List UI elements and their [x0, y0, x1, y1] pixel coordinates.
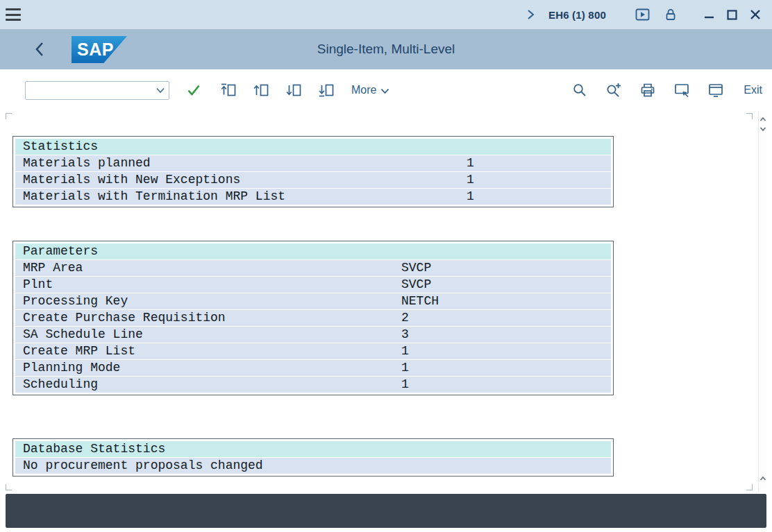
scroll-up-bottom-icon[interactable] [759, 474, 766, 483]
row-label: Scheduling [23, 377, 98, 391]
table-row[interactable]: No procurement proposals changed [15, 458, 611, 474]
scroll-up-icon[interactable] [759, 115, 766, 123]
list-output-area: StatisticsMaterials planned1Materials wi… [6, 111, 758, 492]
table-row[interactable]: Planning Mode1 [15, 360, 611, 376]
shortcut-icon[interactable] [673, 81, 691, 99]
sap-logo: SAP [72, 36, 127, 63]
corner-mark [6, 484, 12, 490]
scroll-down-icon[interactable] [759, 125, 766, 133]
row-label: Plnt [23, 277, 53, 291]
more-menu-button[interactable]: More [351, 84, 389, 96]
row-label: Create Purchase Requisition [23, 311, 226, 325]
section-box: Database StatisticsNo procurement propos… [12, 438, 614, 477]
system-bar: EH6 (1) 800 [0, 0, 772, 29]
lock-icon[interactable] [664, 8, 678, 22]
gui-window-icon[interactable] [707, 81, 725, 99]
find-next-icon[interactable] [605, 81, 623, 99]
row-value: 1 [401, 377, 409, 393]
section-box: ParametersMRP AreaSVCPPlntSVCPProcessing… [12, 241, 614, 395]
table-row[interactable]: Materials with Termination MRP List1 [15, 189, 611, 205]
row-value: 1 [401, 360, 409, 376]
section-box: StatisticsMaterials planned1Materials wi… [12, 136, 614, 207]
row-value: NETCH [401, 293, 439, 309]
row-value: 1 [401, 343, 409, 359]
section-title: Database Statistics [15, 441, 611, 457]
corner-mark [6, 113, 12, 119]
table-row[interactable]: Scheduling1 [15, 377, 611, 393]
table-row[interactable]: Create MRP List1 [15, 343, 611, 359]
table-row[interactable]: SA Schedule Line3 [15, 327, 611, 343]
services-play-icon[interactable] [635, 8, 650, 21]
menu-icon[interactable] [6, 8, 21, 21]
row-value: 1 [467, 155, 474, 171]
row-value: SVCP [401, 277, 431, 293]
table-row[interactable]: PlntSVCP [15, 277, 611, 293]
row-value: 1 [467, 172, 474, 188]
row-label: Materials planned [23, 156, 151, 170]
row-label: MRP Area [23, 261, 83, 275]
table-row[interactable]: MRP AreaSVCP [15, 260, 611, 276]
command-input[interactable] [26, 82, 154, 99]
row-value: 2 [401, 310, 409, 326]
print-icon[interactable] [639, 81, 657, 99]
find-icon[interactable] [571, 81, 589, 99]
page-down-button[interactable] [285, 81, 303, 99]
section-title: Statistics [15, 139, 611, 155]
page-up-button[interactable] [252, 81, 270, 99]
sections: StatisticsMaterials planned1Materials wi… [12, 111, 616, 477]
row-label: Materials with Termination MRP List [23, 189, 285, 203]
maximize-button[interactable] [727, 10, 737, 20]
table-row[interactable]: Create Purchase Requisition2 [15, 310, 611, 326]
corner-mark [746, 113, 753, 119]
back-button[interactable] [31, 40, 50, 59]
section-title: Parameters [15, 243, 611, 259]
vertical-scrollbar[interactable] [758, 111, 766, 492]
row-label: Processing Key [23, 294, 128, 308]
page-title: Single-Item, Multi-Level [0, 29, 772, 69]
exit-button[interactable]: Exit [744, 84, 762, 96]
first-page-button[interactable] [219, 81, 237, 99]
application-toolbar: More [0, 69, 772, 111]
table-row[interactable]: Processing KeyNETCH [15, 293, 611, 309]
row-label: SA Schedule Line [23, 327, 143, 341]
corner-mark [746, 484, 753, 490]
last-page-button[interactable] [317, 81, 335, 99]
chevron-right-icon[interactable] [525, 8, 536, 21]
app-header: SAP Single-Item, Multi-Level [0, 29, 772, 69]
row-label: Create MRP List [23, 344, 135, 358]
row-label: No procurement proposals changed [23, 458, 263, 472]
command-field[interactable] [25, 81, 169, 100]
row-label: Planning Mode [23, 361, 120, 375]
continue-check-button[interactable] [185, 81, 203, 99]
row-value: 1 [467, 189, 474, 205]
minimize-button[interactable] [704, 9, 714, 20]
close-button[interactable] [750, 9, 761, 20]
table-row[interactable]: Materials with New Exceptions1 [15, 172, 611, 188]
row-label: Materials with New Exceptions [23, 173, 240, 187]
more-label: More [351, 84, 376, 96]
row-value: 3 [401, 327, 409, 343]
chevron-down-icon[interactable] [154, 87, 169, 94]
table-row[interactable]: Materials planned1 [15, 155, 611, 171]
row-value: SVCP [401, 260, 431, 276]
status-bar [6, 494, 766, 528]
sap-logo-text: SAP [77, 40, 114, 60]
system-id-label: EH6 (1) 800 [548, 9, 606, 21]
